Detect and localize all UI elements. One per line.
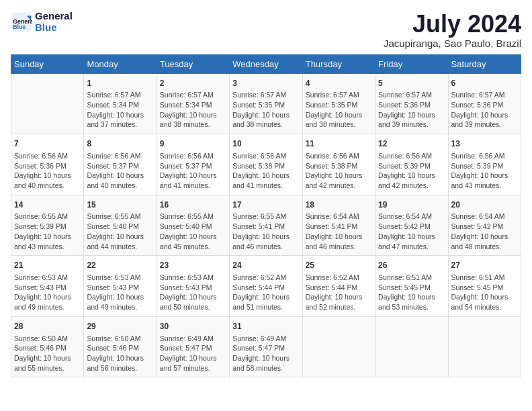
calendar-cell: 10Sunrise: 6:56 AM Sunset: 5:38 PM Dayli… xyxy=(230,134,302,195)
calendar-cell: 30Sunrise: 6:49 AM Sunset: 5:47 PM Dayli… xyxy=(157,316,229,377)
calendar-cell: 18Sunrise: 6:54 AM Sunset: 5:41 PM Dayli… xyxy=(302,195,375,256)
week-row-3: 14Sunrise: 6:55 AM Sunset: 5:39 PM Dayli… xyxy=(11,195,521,256)
day-number: 8 xyxy=(87,138,153,150)
week-row-5: 28Sunrise: 6:50 AM Sunset: 5:46 PM Dayli… xyxy=(11,316,521,377)
day-number: 15 xyxy=(87,199,153,211)
calendar-cell: 25Sunrise: 6:52 AM Sunset: 5:44 PM Dayli… xyxy=(302,256,375,317)
calendar-cell: 13Sunrise: 6:56 AM Sunset: 5:39 PM Dayli… xyxy=(448,134,521,195)
day-number: 6 xyxy=(451,78,518,89)
col-header-friday: Friday xyxy=(375,54,448,73)
day-info: Sunrise: 6:57 AM Sunset: 5:34 PM Dayligh… xyxy=(87,90,153,130)
day-number: 22 xyxy=(87,260,153,271)
calendar-cell: 23Sunrise: 6:53 AM Sunset: 5:43 PM Dayli… xyxy=(157,256,229,317)
day-info: Sunrise: 6:53 AM Sunset: 5:43 PM Dayligh… xyxy=(14,273,81,312)
calendar-cell: 3Sunrise: 6:57 AM Sunset: 5:35 PM Daylig… xyxy=(230,73,302,134)
calendar-cell: 16Sunrise: 6:55 AM Sunset: 5:40 PM Dayli… xyxy=(157,195,229,256)
day-number: 30 xyxy=(160,321,226,332)
day-info: Sunrise: 6:49 AM Sunset: 5:47 PM Dayligh… xyxy=(232,334,299,373)
calendar-cell: 31Sunrise: 6:49 AM Sunset: 5:47 PM Dayli… xyxy=(230,316,302,377)
calendar-cell: 1Sunrise: 6:57 AM Sunset: 5:34 PM Daylig… xyxy=(84,73,157,134)
calendar-cell: 26Sunrise: 6:51 AM Sunset: 5:45 PM Dayli… xyxy=(375,256,448,317)
day-info: Sunrise: 6:53 AM Sunset: 5:43 PM Dayligh… xyxy=(160,273,226,312)
day-info: Sunrise: 6:57 AM Sunset: 5:34 PM Dayligh… xyxy=(160,90,226,130)
calendar-cell xyxy=(375,316,448,377)
day-number: 17 xyxy=(232,199,299,211)
day-info: Sunrise: 6:49 AM Sunset: 5:47 PM Dayligh… xyxy=(160,334,226,373)
day-info: Sunrise: 6:54 AM Sunset: 5:41 PM Dayligh… xyxy=(306,212,372,251)
col-header-saturday: Saturday xyxy=(448,54,521,73)
calendar-cell: 4Sunrise: 6:57 AM Sunset: 5:35 PM Daylig… xyxy=(302,73,375,134)
calendar-cell: 20Sunrise: 6:54 AM Sunset: 5:42 PM Dayli… xyxy=(448,195,521,256)
calendar-cell: 8Sunrise: 6:56 AM Sunset: 5:37 PM Daylig… xyxy=(84,134,157,195)
day-info: Sunrise: 6:56 AM Sunset: 5:38 PM Dayligh… xyxy=(232,151,299,191)
col-header-wednesday: Wednesday xyxy=(230,54,302,73)
calendar-cell: 7Sunrise: 6:56 AM Sunset: 5:36 PM Daylig… xyxy=(11,134,84,195)
day-number: 9 xyxy=(160,138,226,150)
day-info: Sunrise: 6:54 AM Sunset: 5:42 PM Dayligh… xyxy=(451,212,518,251)
calendar-cell: 12Sunrise: 6:56 AM Sunset: 5:39 PM Dayli… xyxy=(375,134,448,195)
day-info: Sunrise: 6:50 AM Sunset: 5:46 PM Dayligh… xyxy=(14,334,81,373)
day-info: Sunrise: 6:56 AM Sunset: 5:38 PM Dayligh… xyxy=(306,151,372,191)
calendar-cell: 27Sunrise: 6:51 AM Sunset: 5:45 PM Dayli… xyxy=(448,256,521,317)
day-info: Sunrise: 6:55 AM Sunset: 5:39 PM Dayligh… xyxy=(14,212,81,251)
logo-general: General xyxy=(35,11,73,22)
calendar-cell: 17Sunrise: 6:55 AM Sunset: 5:41 PM Dayli… xyxy=(230,195,302,256)
col-header-monday: Monday xyxy=(84,54,157,73)
day-number: 10 xyxy=(232,138,299,150)
day-info: Sunrise: 6:57 AM Sunset: 5:36 PM Dayligh… xyxy=(451,90,518,130)
logo-icon: General Blue xyxy=(11,11,32,33)
week-row-4: 21Sunrise: 6:53 AM Sunset: 5:43 PM Dayli… xyxy=(11,256,521,317)
calendar-cell: 28Sunrise: 6:50 AM Sunset: 5:46 PM Dayli… xyxy=(11,316,84,377)
day-info: Sunrise: 6:55 AM Sunset: 5:41 PM Dayligh… xyxy=(232,212,299,251)
calendar-cell xyxy=(11,73,84,134)
day-info: Sunrise: 6:56 AM Sunset: 5:37 PM Dayligh… xyxy=(160,151,226,191)
day-number: 3 xyxy=(232,78,299,89)
day-number: 19 xyxy=(378,199,445,211)
location-subtitle: Jacupiranga, Sao Paulo, Brazil xyxy=(384,38,521,49)
day-number: 31 xyxy=(232,321,299,332)
day-number: 29 xyxy=(87,321,153,332)
calendar-cell xyxy=(302,316,375,377)
col-header-tuesday: Tuesday xyxy=(157,54,229,73)
day-number: 14 xyxy=(14,199,81,211)
day-number: 4 xyxy=(306,78,372,89)
day-number: 25 xyxy=(306,260,372,271)
calendar-table: SundayMondayTuesdayWednesdayThursdayFrid… xyxy=(11,54,521,378)
calendar-cell: 22Sunrise: 6:53 AM Sunset: 5:43 PM Dayli… xyxy=(84,256,157,317)
day-number: 11 xyxy=(306,138,372,150)
day-info: Sunrise: 6:50 AM Sunset: 5:46 PM Dayligh… xyxy=(87,334,153,373)
calendar-cell xyxy=(448,316,521,377)
calendar-cell: 19Sunrise: 6:54 AM Sunset: 5:42 PM Dayli… xyxy=(375,195,448,256)
week-row-1: 1Sunrise: 6:57 AM Sunset: 5:34 PM Daylig… xyxy=(11,73,521,134)
day-info: Sunrise: 6:56 AM Sunset: 5:36 PM Dayligh… xyxy=(14,151,81,191)
logo-blue: Blue xyxy=(35,22,73,34)
day-info: Sunrise: 6:51 AM Sunset: 5:45 PM Dayligh… xyxy=(451,273,518,312)
day-number: 27 xyxy=(451,260,518,271)
main-title: July 2024 xyxy=(384,11,521,38)
day-info: Sunrise: 6:52 AM Sunset: 5:44 PM Dayligh… xyxy=(232,273,299,312)
day-number: 2 xyxy=(160,78,226,89)
day-info: Sunrise: 6:56 AM Sunset: 5:37 PM Dayligh… xyxy=(87,151,153,191)
calendar-cell: 6Sunrise: 6:57 AM Sunset: 5:36 PM Daylig… xyxy=(448,73,521,134)
day-number: 24 xyxy=(232,260,299,271)
calendar-cell: 9Sunrise: 6:56 AM Sunset: 5:37 PM Daylig… xyxy=(157,134,229,195)
calendar-header-row: SundayMondayTuesdayWednesdayThursdayFrid… xyxy=(11,54,521,73)
day-number: 13 xyxy=(451,138,518,150)
day-info: Sunrise: 6:56 AM Sunset: 5:39 PM Dayligh… xyxy=(378,151,445,191)
logo: General Blue General Blue xyxy=(11,11,73,33)
col-header-sunday: Sunday xyxy=(11,54,84,73)
day-info: Sunrise: 6:56 AM Sunset: 5:39 PM Dayligh… xyxy=(451,151,518,191)
calendar-cell: 21Sunrise: 6:53 AM Sunset: 5:43 PM Dayli… xyxy=(11,256,84,317)
day-info: Sunrise: 6:55 AM Sunset: 5:40 PM Dayligh… xyxy=(87,212,153,251)
svg-text:Blue: Blue xyxy=(13,24,26,30)
page-header: General Blue General Blue July 2024 Jacu… xyxy=(11,11,521,49)
calendar-cell: 2Sunrise: 6:57 AM Sunset: 5:34 PM Daylig… xyxy=(157,73,229,134)
calendar-cell: 5Sunrise: 6:57 AM Sunset: 5:36 PM Daylig… xyxy=(375,73,448,134)
calendar-cell: 24Sunrise: 6:52 AM Sunset: 5:44 PM Dayli… xyxy=(230,256,302,317)
calendar-cell: 29Sunrise: 6:50 AM Sunset: 5:46 PM Dayli… xyxy=(84,316,157,377)
day-number: 20 xyxy=(451,199,518,211)
day-info: Sunrise: 6:55 AM Sunset: 5:40 PM Dayligh… xyxy=(160,212,226,251)
day-info: Sunrise: 6:52 AM Sunset: 5:44 PM Dayligh… xyxy=(306,273,372,312)
day-number: 28 xyxy=(14,321,81,332)
day-number: 21 xyxy=(14,260,81,271)
